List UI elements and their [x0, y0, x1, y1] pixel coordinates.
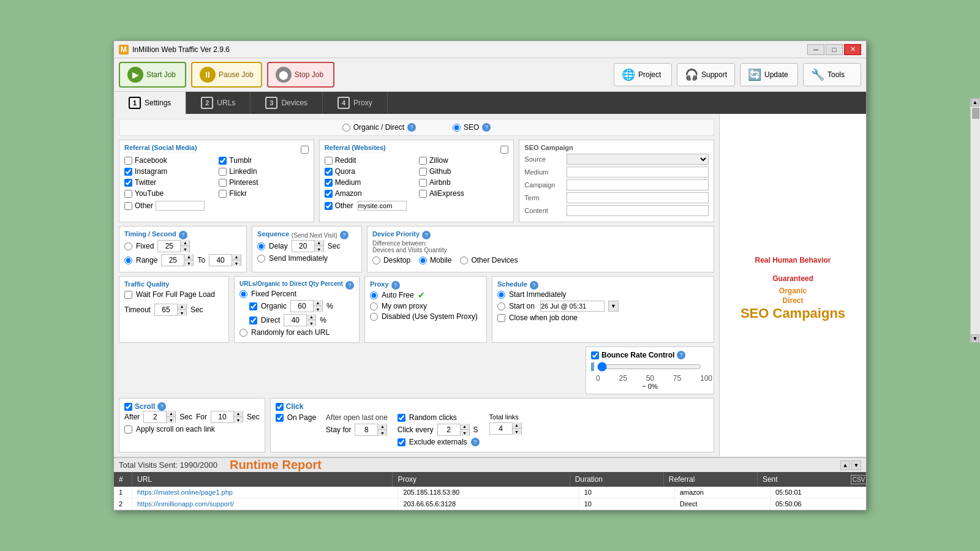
schedule-date-spinner[interactable]: ▼: [608, 301, 619, 312]
seo-campaign-input[interactable]: [567, 179, 709, 190]
timeout-down[interactable]: ▼: [178, 310, 186, 316]
sequence-delay-up[interactable]: ▲: [315, 240, 323, 246]
schedule-help-icon[interactable]: ?: [530, 281, 538, 290]
direct-percent-checkbox[interactable]: [249, 317, 257, 324]
direct-percent-down[interactable]: ▼: [307, 320, 315, 326]
scroll-up-arrow[interactable]: ▲: [971, 98, 979, 107]
seo-medium-input[interactable]: [567, 167, 709, 178]
seo-option[interactable]: SEO ?: [453, 123, 491, 132]
minimize-button[interactable]: ─: [807, 44, 824, 55]
scroll-after-value[interactable]: [144, 411, 166, 422]
timing-range-radio[interactable]: [124, 257, 132, 264]
seo-term-input[interactable]: [567, 192, 709, 203]
total-links-up[interactable]: ▲: [513, 422, 521, 429]
project-button[interactable]: 🌐 Project: [614, 63, 672, 86]
timing-range-from-up[interactable]: ▲: [184, 254, 193, 260]
wait-full-page-checkbox[interactable]: [124, 291, 132, 299]
timing-fixed-radio[interactable]: [124, 242, 132, 250]
seo-help-icon[interactable]: ?: [482, 123, 491, 132]
timing-range-to-down[interactable]: ▼: [232, 260, 241, 266]
organic-radio[interactable]: [342, 124, 350, 132]
start-job-button[interactable]: ▶ Start Job: [119, 62, 186, 88]
sequence-delay-value[interactable]: [292, 241, 314, 252]
tab-settings[interactable]: 1 Settings: [114, 92, 186, 114]
apply-scroll-checkbox[interactable]: [124, 425, 132, 433]
other-social-input[interactable]: [156, 201, 205, 211]
timeout-up[interactable]: ▲: [178, 304, 186, 310]
stay-for-up[interactable]: ▲: [378, 424, 386, 430]
table-scroll-down[interactable]: ▼: [851, 460, 861, 470]
seo-source-select[interactable]: [567, 154, 709, 165]
organic-percent-down[interactable]: ▼: [314, 306, 322, 312]
click-on-page-checkbox[interactable]: [276, 414, 284, 422]
direct-percent-up[interactable]: ▲: [307, 314, 315, 320]
seo-content-input[interactable]: [567, 205, 709, 216]
referral-social-master-checkbox[interactable]: [301, 146, 309, 154]
timing-range-from[interactable]: [162, 255, 184, 266]
tab-urls[interactable]: 2 URLs: [186, 92, 251, 114]
csv-button[interactable]: CSV: [851, 472, 866, 487]
organic-percent-value[interactable]: [291, 301, 313, 312]
stop-job-button[interactable]: ⬤ Stop Job: [267, 62, 334, 88]
seo-radio[interactable]: [453, 124, 461, 132]
scroll-after-down[interactable]: ▼: [167, 417, 175, 423]
table-scroll-up[interactable]: ▲: [840, 460, 850, 470]
sequence-help-icon[interactable]: ?: [340, 231, 349, 239]
pause-job-button[interactable]: ⏸ Pause Job: [191, 62, 262, 88]
bounce-rate-checkbox[interactable]: [591, 351, 599, 359]
timing-fixed-value[interactable]: [158, 241, 180, 252]
random-clicks-checkbox[interactable]: [398, 414, 405, 422]
other-websites-input[interactable]: [358, 201, 407, 211]
schedule-close-checkbox[interactable]: [497, 314, 505, 322]
organic-percent-checkbox[interactable]: [249, 302, 257, 310]
proxy-own-radio[interactable]: [370, 302, 378, 310]
schedule-start-on-radio[interactable]: [497, 302, 505, 310]
close-button[interactable]: ✕: [844, 44, 861, 55]
mobile-option[interactable]: Mobile: [419, 256, 451, 264]
timing-range-to[interactable]: [209, 255, 232, 266]
total-links-value[interactable]: [490, 423, 512, 434]
stay-for-down[interactable]: ▼: [378, 430, 386, 436]
timing-fixed-up[interactable]: ▲: [181, 240, 189, 246]
click-every-down[interactable]: ▼: [461, 430, 469, 436]
tab-proxy[interactable]: 4 Proxy: [323, 92, 388, 114]
scrollbar[interactable]: ▲ ▼: [970, 98, 980, 343]
direct-percent-value[interactable]: [284, 315, 306, 326]
total-links-down[interactable]: ▼: [513, 429, 521, 435]
bounce-rate-help-icon[interactable]: ?: [677, 351, 685, 359]
timing-help-icon[interactable]: ?: [179, 231, 187, 239]
scroll-checkbox[interactable]: [124, 403, 132, 411]
exclude-help-icon[interactable]: ?: [471, 438, 480, 446]
organic-help-icon[interactable]: ?: [407, 123, 416, 132]
scroll-down-arrow[interactable]: ▼: [971, 334, 979, 343]
support-button[interactable]: 🎧 Support: [677, 63, 735, 86]
scroll-help-icon[interactable]: ?: [157, 402, 166, 411]
tools-button[interactable]: 🔧 Tools: [803, 63, 861, 86]
schedule-date-input[interactable]: [540, 301, 605, 312]
sequence-immediately-radio[interactable]: [257, 255, 265, 263]
sequence-delay-radio[interactable]: [257, 242, 265, 250]
scroll-for-down[interactable]: ▼: [234, 417, 243, 423]
desktop-radio[interactable]: [372, 257, 380, 264]
device-help-icon[interactable]: ?: [422, 231, 431, 239]
scroll-for-value[interactable]: [211, 411, 233, 422]
tab-devices[interactable]: 3 Devices: [251, 92, 323, 114]
update-button[interactable]: 🔄 Update: [740, 63, 798, 86]
organic-percent-up[interactable]: ▲: [314, 300, 322, 306]
timing-range-from-down[interactable]: ▼: [184, 260, 193, 266]
exclude-externals-checkbox[interactable]: [398, 438, 405, 446]
scroll-after-up[interactable]: ▲: [167, 411, 175, 417]
schedule-immediately-radio[interactable]: [497, 291, 505, 299]
click-every-up[interactable]: ▲: [461, 424, 469, 430]
click-checkbox[interactable]: [276, 403, 284, 411]
fixed-percent-radio[interactable]: [239, 290, 247, 298]
maximize-button[interactable]: □: [826, 44, 843, 55]
timeout-value[interactable]: [155, 304, 177, 315]
proxy-auto-radio[interactable]: [370, 291, 378, 299]
mobile-radio[interactable]: [419, 257, 427, 264]
other-devices-radio[interactable]: [460, 257, 468, 264]
click-every-value[interactable]: [438, 424, 460, 435]
stay-for-value[interactable]: [355, 424, 377, 435]
timing-range-to-up[interactable]: ▲: [232, 254, 241, 260]
proxy-help-icon[interactable]: ?: [391, 281, 400, 290]
